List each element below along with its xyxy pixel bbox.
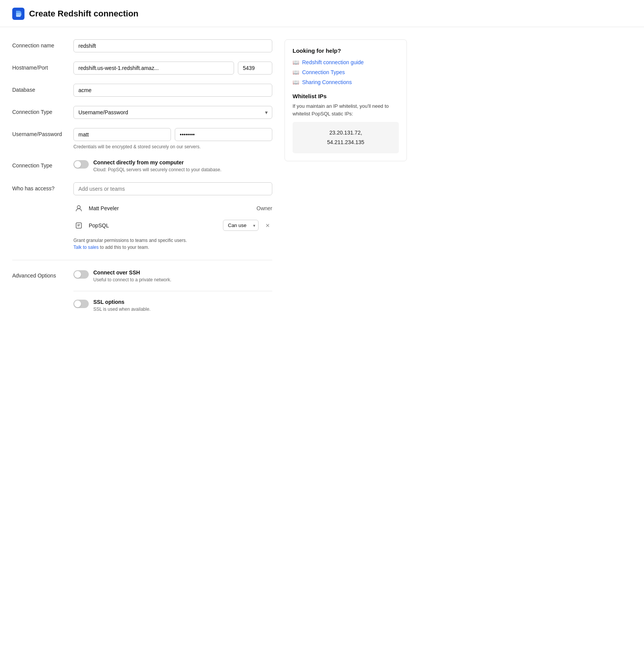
ip1: 23.20.131.72,	[329, 130, 362, 136]
ssh-toggle[interactable]	[73, 270, 89, 279]
direct-connection-control: Connect directly from my computer Cloud:…	[73, 159, 272, 173]
connection-type-row: Connection Type Username/Password IAM SS…	[12, 106, 272, 119]
redshift-guide-link[interactable]: 📖 Redshift connection guide	[293, 59, 399, 65]
database-row: Database	[12, 84, 272, 97]
direct-connection-title: Connect directly from my computer	[93, 159, 221, 165]
whitelist-desc: If you maintain an IP whitelist, you'll …	[293, 102, 399, 117]
owner-role: Owner	[257, 205, 272, 211]
team-icon	[73, 220, 84, 231]
hostname-row: Hostname/Port	[12, 62, 272, 75]
connection-types-link[interactable]: 📖 Connection Types	[293, 69, 399, 75]
direct-connection-toggle[interactable]	[73, 160, 89, 169]
hostname-input[interactable]	[73, 62, 234, 75]
advanced-options-control: Connect over SSH Useful to connect to a …	[73, 269, 272, 313]
help-title: Looking for help?	[293, 47, 399, 54]
connection-type-control: Username/Password IAM SSH Tunnel ▾	[73, 106, 272, 119]
access-row: Who has access? Matt Peveler Owner	[12, 182, 272, 251]
sharing-connections-label: Sharing Connections	[302, 79, 352, 85]
divider-ssh	[73, 291, 272, 291]
credentials-row: Username/Password Credentials will be en…	[12, 128, 272, 150]
team-role-select[interactable]: Can use Can edit Admin	[223, 220, 259, 231]
owner-name: Matt Peveler	[89, 205, 252, 211]
direct-connection-label: Connection Type	[12, 159, 73, 169]
database-control	[73, 84, 272, 97]
ssl-title: SSL options	[93, 299, 151, 305]
direct-connection-desc: Cloud: PopSQL servers will securely conn…	[93, 166, 221, 173]
talk-to-sales-link[interactable]: Talk to sales	[73, 245, 99, 250]
connection-name-label: Connection name	[12, 39, 73, 49]
ssl-row: SSL options SSL is used when available.	[73, 299, 272, 313]
username-input[interactable]	[73, 128, 171, 141]
credentials-hint: Credentials will be encrypted & stored s…	[73, 143, 272, 150]
page-header: Create Redshift connection	[0, 0, 644, 27]
permissions-hint: Grant granular permissions to teams and …	[73, 237, 272, 251]
hostname-label: Hostname/Port	[12, 62, 73, 71]
connection-name-control	[73, 39, 272, 52]
credentials-label: Username/Password	[12, 128, 73, 137]
sharing-connections-link[interactable]: 📖 Sharing Connections	[293, 79, 399, 85]
ssl-desc: SSL is used when available.	[93, 306, 151, 313]
connection-type-label: Connection Type	[12, 106, 73, 115]
access-list: Matt Peveler Owner PopSQL	[73, 200, 272, 234]
book-icon-2: 📖	[293, 69, 299, 75]
advanced-options-label: Advanced Options	[12, 269, 73, 279]
book-icon-3: 📖	[293, 79, 299, 85]
ssl-toggle[interactable]	[73, 300, 89, 308]
form-section: Connection name Hostname/Port Database	[12, 39, 272, 322]
team-name: PopSQL	[89, 222, 218, 229]
hostname-control	[73, 62, 272, 75]
team-role-wrapper: Can use Can edit Admin ▾	[223, 220, 259, 231]
access-item-team: PopSQL Can use Can edit Admin ▾ ✕	[73, 217, 272, 234]
redshift-guide-label: Redshift connection guide	[302, 59, 364, 65]
connection-type-select[interactable]: Username/Password IAM SSH Tunnel	[73, 106, 272, 119]
connection-name-input[interactable]	[73, 39, 272, 52]
direct-connection-row: Connection Type Connect directly from my…	[12, 159, 272, 173]
sidebar: Looking for help? 📖 Redshift connection …	[285, 39, 407, 322]
access-item-owner: Matt Peveler Owner	[73, 200, 272, 217]
ssh-title: Connect over SSH	[93, 269, 171, 276]
user-icon	[73, 203, 84, 214]
password-input[interactable]	[175, 128, 272, 141]
access-label: Who has access?	[12, 182, 73, 191]
port-input[interactable]	[238, 62, 272, 75]
remove-team-button[interactable]: ✕	[263, 221, 272, 230]
help-card: Looking for help? 📖 Redshift connection …	[285, 39, 407, 161]
add-users-input[interactable]	[73, 182, 272, 195]
app-logo	[12, 8, 24, 20]
page-title: Create Redshift connection	[29, 9, 138, 19]
divider	[12, 260, 272, 260]
ssh-desc: Useful to connect to a private network.	[93, 276, 171, 283]
connection-types-label: Connection Types	[302, 69, 345, 75]
svg-rect-1	[16, 15, 21, 17]
svg-rect-3	[76, 223, 81, 228]
book-icon: 📖	[293, 59, 299, 65]
whitelist-ips: 23.20.131.72, 54.211.234.135	[293, 122, 399, 153]
database-input[interactable]	[73, 84, 272, 97]
connection-name-row: Connection name	[12, 39, 272, 52]
access-control: Matt Peveler Owner PopSQL	[73, 182, 272, 251]
credentials-control: Credentials will be encrypted & stored s…	[73, 128, 272, 150]
whitelist-title: Whitelist IPs	[293, 93, 399, 99]
ssh-row: Connect over SSH Useful to connect to a …	[73, 269, 272, 283]
database-label: Database	[12, 84, 73, 93]
svg-point-2	[77, 206, 80, 209]
advanced-options-row: Advanced Options Connect over SSH Useful…	[12, 269, 272, 313]
ip2: 54.211.234.135	[327, 139, 364, 145]
